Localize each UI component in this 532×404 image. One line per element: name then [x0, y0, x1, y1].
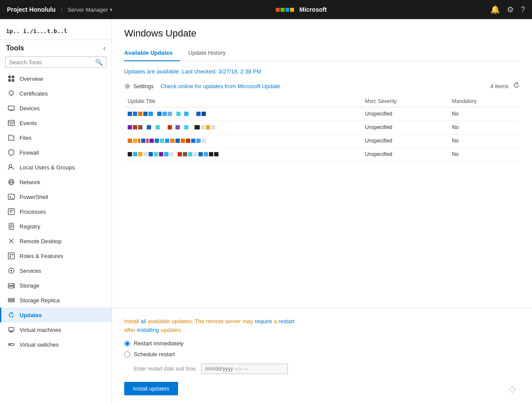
svg-rect-27: [12, 254, 13, 255]
settings-label: Settings: [133, 83, 154, 89]
sidebar-item-label: Services: [20, 268, 41, 274]
svg-rect-22: [10, 227, 12, 228]
processes-icon: [7, 208, 15, 215]
bell-icon[interactable]: 🔔: [490, 5, 500, 14]
svg-point-10: [9, 165, 12, 167]
search-input[interactable]: [9, 59, 95, 66]
sidebar-item-roles-features[interactable]: Roles & Features: [0, 248, 112, 263]
refresh-icon: [513, 82, 520, 89]
svg-rect-5: [8, 106, 14, 110]
sidebar-item-local-users[interactable]: Local Users & Groups: [0, 160, 112, 175]
install-warning-text: Install all available updates. The remot…: [124, 318, 294, 333]
update-title-pixels: [128, 112, 358, 116]
sidebar-item-processes[interactable]: Processes: [0, 204, 112, 219]
sidebar-item-updates[interactable]: Updates: [0, 308, 112, 322]
sidebar-item-powershell[interactable]: PowerShell: [0, 189, 112, 204]
sidebar-item-certificates[interactable]: Certificates: [0, 86, 112, 101]
roles-features-icon: [7, 252, 15, 260]
storage-replica-icon: [7, 296, 15, 304]
svg-point-41: [10, 344, 11, 345]
sidebar-item-files[interactable]: Files: [0, 130, 112, 145]
check-online-link[interactable]: Check online for updates from Microsoft …: [161, 83, 280, 89]
nav-list: Overview Certificates Devices Events: [0, 71, 112, 404]
topbar-right: 🔔 ⚙ ?: [490, 5, 525, 14]
collapse-button[interactable]: ‹: [103, 44, 106, 52]
storage-icon: [7, 281, 15, 289]
svg-rect-2: [8, 79, 11, 82]
sidebar-item-label: Updates: [20, 312, 42, 318]
tools-title: Tools: [6, 44, 24, 52]
sidebar-item-registry[interactable]: Registry: [0, 219, 112, 234]
sidebar-item-label: Storage Replica: [20, 297, 60, 304]
restart-date-input[interactable]: [201, 364, 288, 374]
firewall-icon: [7, 149, 15, 156]
svg-point-30: [10, 270, 12, 272]
restart-date-label: Enter restart date and time:: [134, 366, 197, 372]
svg-rect-7: [8, 120, 14, 126]
powershell-icon: [7, 193, 15, 201]
svg-rect-37: [9, 328, 14, 331]
toolbar-right: 4 items: [490, 82, 520, 90]
update-mandatory: No: [449, 134, 520, 148]
svg-rect-9: [10, 123, 13, 124]
main-inner: Windows Update Available Updates Update …: [112, 19, 532, 308]
sidebar-item-label: Network: [20, 179, 40, 185]
sidebar-item-storage[interactable]: Storage: [0, 278, 112, 293]
update-mandatory: No: [449, 148, 520, 161]
sidebar-item-remote-desktop[interactable]: Remote Desktop: [0, 234, 112, 248]
table-row: Unspecified No: [124, 121, 520, 134]
tabs: Available Updates Update History: [124, 46, 520, 61]
refresh-button[interactable]: [513, 82, 520, 90]
svg-rect-6: [10, 110, 13, 111]
sidebar-item-label: Registry: [20, 223, 40, 230]
install-updates-button[interactable]: Install updates: [124, 382, 178, 395]
svg-rect-40: [8, 344, 14, 345]
sidebar-item-label: Firewall: [20, 149, 39, 156]
sidebar-item-services[interactable]: Services: [0, 263, 112, 278]
tab-update-history[interactable]: Update History: [188, 46, 233, 61]
svg-point-4: [9, 91, 13, 95]
update-title-pixels: [128, 152, 358, 156]
items-count: 4 items: [490, 83, 509, 89]
radio-schedule-restart: Schedule restart: [124, 351, 520, 358]
schedule-restart-radio[interactable]: [124, 351, 130, 358]
sidebar-item-firewall[interactable]: Firewall: [0, 145, 112, 160]
tab-available-updates[interactable]: Available Updates: [124, 46, 180, 61]
sidebar-item-events[interactable]: Events: [0, 116, 112, 130]
sidebar-item-label: Certificates: [20, 90, 48, 97]
help-icon[interactable]: ?: [521, 5, 525, 14]
main-content: Windows Update Available Updates Update …: [112, 19, 532, 404]
settings-button[interactable]: Settings: [124, 83, 154, 89]
update-table: Update Title Msrc Severity Mandatory: [124, 96, 520, 161]
svg-rect-18: [10, 212, 12, 212]
virtual-machines-icon: [7, 326, 15, 334]
install-warning: Install all available updates. The remot…: [124, 317, 520, 334]
svg-rect-25: [8, 253, 14, 259]
ms-label: Microsoft: [299, 6, 327, 13]
settings-gear-icon: [124, 83, 131, 89]
col-severity: Msrc Severity: [362, 96, 449, 107]
sidebar-item-virtual-switches[interactable]: Virtual switches: [0, 337, 112, 352]
diamond-icon: ◇: [509, 384, 515, 394]
sidebar-item-storage-replica[interactable]: Storage Replica: [0, 293, 112, 308]
sidebar-item-devices[interactable]: Devices: [0, 101, 112, 116]
svg-point-42: [126, 85, 129, 87]
registry-icon: [7, 222, 15, 230]
update-severity: Unspecified: [362, 134, 449, 148]
sidebar-item-overview[interactable]: Overview: [0, 71, 112, 86]
server-name: 1p.. i./i...t.b..l: [6, 24, 106, 36]
settings-icon[interactable]: ⚙: [507, 5, 514, 14]
sidebar-item-label: Local Users & Groups: [20, 164, 75, 171]
update-title-cell: [124, 134, 362, 148]
server-manager-btn[interactable]: Server Manager ▾: [67, 7, 112, 13]
table-row: Unspecified No: [124, 107, 520, 121]
schedule-restart-label: Schedule restart: [134, 351, 175, 358]
sidebar-tools-header: Tools ‹: [0, 40, 112, 55]
local-users-icon: [7, 163, 15, 171]
sidebar-item-virtual-machines[interactable]: Virtual machines: [0, 322, 112, 337]
restart-immediately-label: Restart immediately: [134, 340, 184, 347]
sidebar-item-network[interactable]: Network: [0, 175, 112, 189]
svg-rect-35: [8, 298, 14, 300]
restart-immediately-radio[interactable]: [124, 341, 130, 347]
svg-rect-0: [8, 76, 11, 78]
